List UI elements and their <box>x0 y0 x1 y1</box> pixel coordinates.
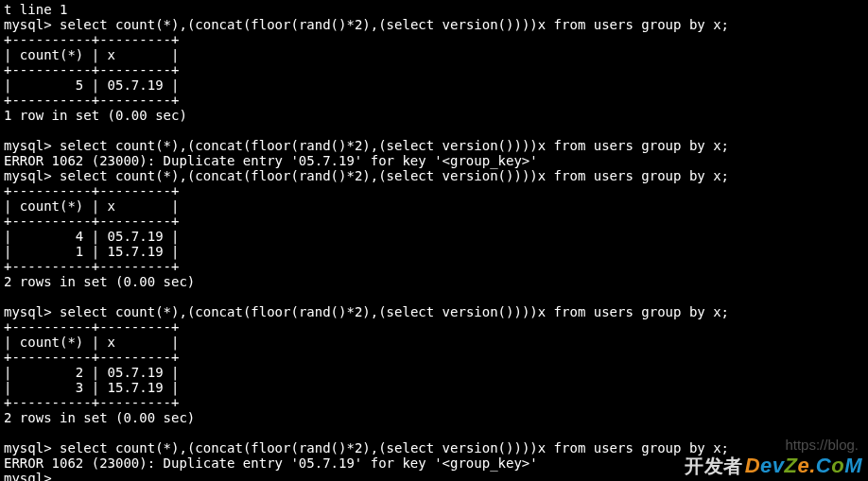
table-border: +----------+---------+ <box>4 395 179 410</box>
prompt: mysql> <box>4 138 52 153</box>
error-line: ERROR 1062 (23000): Duplicate entry '05.… <box>4 153 538 168</box>
prompt: mysql> <box>4 168 52 183</box>
table-row: | 5 | 05.7.19 | <box>4 77 179 93</box>
table-header: | count(*) | x | <box>4 47 179 62</box>
table-border: +----------+---------+ <box>4 214 179 229</box>
result-footer: 2 rows in set (0.00 sec) <box>4 274 195 289</box>
sql-query: select count(*),(concat(floor(rand()*2),… <box>60 168 729 183</box>
table-row: | 4 | 05.7.19 | <box>4 229 179 244</box>
table-row: | 3 | 15.7.19 | <box>4 380 179 395</box>
prompt: mysql> <box>4 440 52 455</box>
line-fragment: t line 1 <box>4 2 67 17</box>
table-border: +----------+---------+ <box>4 93 179 108</box>
terminal-output[interactable]: t line 1 mysql> select count(*),(concat(… <box>0 0 868 481</box>
prompt: mysql> <box>4 471 52 481</box>
table-header: | count(*) | x | <box>4 335 179 350</box>
table-border: +----------+---------+ <box>4 32 179 47</box>
prompt: mysql> <box>4 17 52 32</box>
sql-query: select count(*),(concat(floor(rand()*2),… <box>60 138 729 153</box>
sql-query: select count(*),(concat(floor(rand()*2),… <box>60 304 729 319</box>
table-border: +----------+---------+ <box>4 259 179 274</box>
table-border: +----------+---------+ <box>4 319 179 335</box>
table-border: +----------+---------+ <box>4 62 179 77</box>
table-row: | 2 | 05.7.19 | <box>4 365 179 380</box>
result-footer: 2 rows in set (0.00 sec) <box>4 410 195 425</box>
table-header: | count(*) | x | <box>4 198 179 214</box>
table-border: +----------+---------+ <box>4 350 179 365</box>
result-footer: 1 row in set (0.00 sec) <box>4 108 187 123</box>
prompt: mysql> <box>4 304 52 319</box>
table-row: | 1 | 15.7.19 | <box>4 244 179 259</box>
sql-query: select count(*),(concat(floor(rand()*2),… <box>60 17 729 32</box>
error-line: ERROR 1062 (23000): Duplicate entry '05.… <box>4 455 538 471</box>
table-border: +----------+---------+ <box>4 183 179 198</box>
sql-query: select count(*),(concat(floor(rand()*2),… <box>60 440 729 455</box>
